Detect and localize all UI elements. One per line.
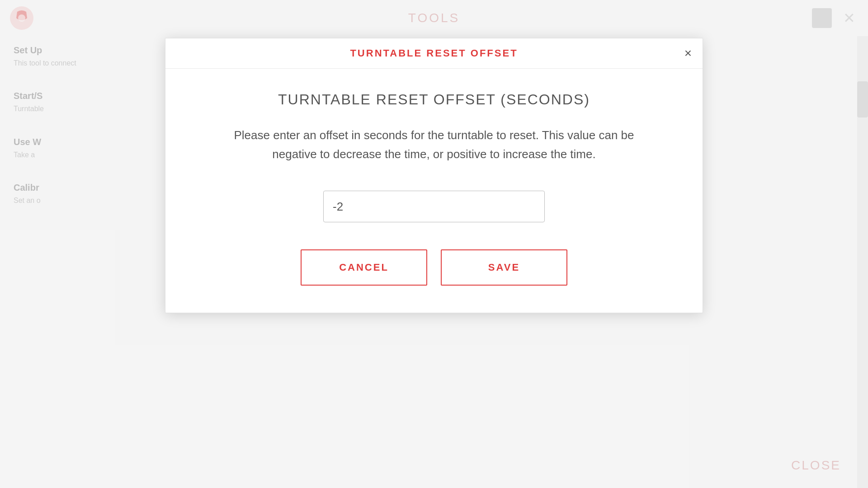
modal-body: TURNTABLE RESET OFFSET (SECONDS) Please … <box>165 69 703 313</box>
offset-input[interactable] <box>323 191 545 222</box>
modal-header: TURNTABLE RESET OFFSET × <box>165 38 703 69</box>
modal-close-button[interactable]: × <box>684 47 692 60</box>
modal-description: Please enter an offset in seconds for th… <box>231 126 637 164</box>
cancel-button[interactable]: CANCEL <box>301 249 427 286</box>
modal-dialog: TURNTABLE RESET OFFSET × TURNTABLE RESET… <box>165 38 703 313</box>
modal-buttons: CANCEL SAVE <box>193 249 675 295</box>
save-button[interactable]: SAVE <box>441 249 567 286</box>
modal-subtitle: TURNTABLE RESET OFFSET (SECONDS) <box>193 91 675 108</box>
modal-header-title: TURNTABLE RESET OFFSET <box>350 47 518 59</box>
